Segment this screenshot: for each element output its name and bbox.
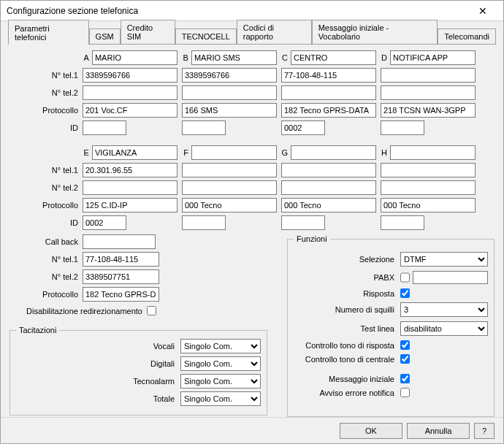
id-field-h[interactable]	[381, 215, 424, 230]
tab-parametri-telefonici[interactable]: Parametri telefonici	[8, 20, 89, 45]
tel2-field-b[interactable]	[182, 85, 277, 100]
funzioni-group: Funzioni Selezione DTMF PABX Risposta	[287, 234, 495, 417]
ok-button[interactable]: OK	[340, 423, 402, 439]
id-field-b[interactable]	[182, 120, 226, 135]
cancel-button[interactable]: Annulla	[407, 423, 470, 439]
label-num-squilli: Numero di squilli	[294, 305, 400, 314]
protocol-field-g[interactable]	[281, 198, 376, 213]
callback-tel2-field[interactable]	[83, 269, 159, 284]
tab-credito-sim[interactable]: Credito SIM	[121, 20, 175, 44]
label-risposta: Risposta	[294, 289, 400, 298]
col-letter-d: D	[381, 53, 390, 62]
tel1-field-c[interactable]	[281, 68, 376, 83]
col-letter-c: C	[281, 53, 291, 62]
tel1-field-e[interactable]	[83, 163, 177, 177]
close-icon[interactable]: ✕	[468, 1, 497, 20]
tel1-field-b[interactable]	[182, 68, 277, 83]
label-ctrl-tono-risposta: Controllo tono di risposta	[294, 341, 400, 350]
num-squilli-select[interactable]: 3	[400, 302, 488, 317]
name-field-c[interactable]	[291, 50, 376, 65]
col-letter-g: G	[281, 148, 291, 157]
tacitazioni-group: Tacitazioni Vocali Singolo Com. Digitali…	[9, 326, 267, 416]
dialog-button-bar: OK Annulla ?	[1, 417, 503, 443]
protocol-field-a[interactable]	[83, 103, 177, 118]
name-field-h[interactable]	[390, 145, 476, 160]
callback-tel1-field[interactable]	[83, 252, 159, 267]
disab-redirect-checkbox[interactable]	[147, 306, 156, 315]
id-field-a[interactable]	[83, 120, 126, 135]
pabx-checkbox[interactable]	[400, 271, 410, 284]
label-test-linea: Test linea	[294, 324, 400, 333]
avviso-errore-checkbox[interactable]	[400, 388, 410, 397]
label-pabx: PABX	[294, 273, 400, 282]
label-avviso-errore: Avviso errore notifica	[294, 388, 400, 397]
protocol-field-f[interactable]	[182, 198, 277, 213]
id-field-d[interactable]	[381, 120, 424, 135]
tel1-field-h[interactable]	[381, 163, 476, 177]
col-letter-a: A	[83, 53, 92, 62]
callback-protocol-field[interactable]	[83, 287, 159, 302]
name-field-a[interactable]	[92, 50, 177, 65]
tel2-field-d[interactable]	[381, 85, 476, 100]
ctrl-tono-risposta-checkbox[interactable]	[400, 340, 410, 350]
col-letter-h: H	[381, 148, 390, 157]
name-field-b[interactable]	[191, 50, 277, 65]
callback-head-field[interactable]	[83, 234, 156, 249]
tel2-field-e[interactable]	[83, 180, 177, 195]
protocol-field-d[interactable]	[381, 103, 476, 118]
col-letter-e: E	[83, 148, 92, 157]
pabx-field[interactable]	[413, 271, 488, 284]
tel1-field-a[interactable]	[83, 68, 177, 83]
tab-gsm[interactable]: GSM	[89, 28, 121, 44]
protocol-field-e[interactable]	[83, 198, 177, 213]
label-ctrl-tono-centrale: Controllo tono di centrale	[294, 355, 400, 364]
name-field-e[interactable]	[92, 145, 177, 160]
id-field-e[interactable]	[83, 215, 126, 230]
tel2-field-a[interactable]	[83, 85, 177, 100]
id-field-c[interactable]	[281, 120, 325, 135]
tel2-field-g[interactable]	[281, 180, 376, 195]
col-letter-b: B	[182, 53, 191, 62]
ctrl-tono-centrale-checkbox[interactable]	[400, 354, 410, 364]
tacitazioni-legend: Tacitazioni	[16, 326, 59, 334]
risposta-checkbox[interactable]	[400, 288, 410, 298]
vocali-select[interactable]: Singolo Com.	[180, 339, 261, 353]
titlebar: Configurazione sezione telefonica ✕	[1, 1, 503, 21]
tel1-field-f[interactable]	[182, 163, 277, 177]
tel2-field-h[interactable]	[381, 180, 476, 195]
tab-codici-rapporto[interactable]: Codici di rapporto	[237, 20, 312, 44]
id-field-g[interactable]	[281, 215, 325, 230]
digitali-select[interactable]: Singolo Com.	[180, 356, 261, 371]
dialog-window: Configurazione sezione telefonica ✕ Para…	[0, 0, 504, 444]
protocol-field-h[interactable]	[381, 198, 476, 213]
tecnoalarm-select[interactable]: Singolo Com.	[180, 374, 261, 388]
label-callback: Call back	[9, 237, 83, 246]
name-field-d[interactable]	[390, 50, 476, 65]
label-vocali: Vocali	[16, 342, 180, 351]
tab-tecnocell[interactable]: TECNOCELL	[175, 28, 237, 44]
test-linea-select[interactable]: disabilitato	[400, 321, 488, 336]
label-ntel2: N° tel.2	[9, 88, 83, 97]
tab-telecomandi[interactable]: Telecomandi	[438, 28, 496, 44]
msg-iniziale-checkbox[interactable]	[400, 374, 410, 383]
tel2-field-c[interactable]	[281, 85, 376, 100]
tab-messaggio-iniziale[interactable]: Messaggio iniziale - Vocabolario	[312, 20, 438, 44]
id-field-f[interactable]	[182, 215, 226, 230]
name-field-f[interactable]	[191, 145, 277, 160]
label-protocollo: Protocollo	[9, 106, 83, 115]
tel1-field-g[interactable]	[281, 163, 376, 177]
tab-strip: Parametri telefonici GSM Credito SIM TEC…	[8, 27, 496, 45]
tel1-field-d[interactable]	[381, 68, 476, 83]
name-field-g[interactable]	[291, 145, 376, 160]
col-letter-f: F	[182, 148, 191, 157]
label-ntel1: N° tel.1	[9, 71, 83, 80]
tel2-field-f[interactable]	[182, 180, 277, 195]
protocol-field-b[interactable]	[182, 103, 277, 118]
label-tecnoalarm: Tecnoalarm	[16, 377, 180, 386]
funzioni-legend: Funzioni	[294, 234, 330, 243]
label-digitali: Digitali	[16, 359, 180, 368]
protocol-field-c[interactable]	[281, 103, 376, 118]
selezione-select[interactable]: DTMF	[400, 252, 488, 267]
totale-select[interactable]: Singolo Com.	[180, 391, 261, 406]
help-button[interactable]: ?	[474, 423, 495, 439]
